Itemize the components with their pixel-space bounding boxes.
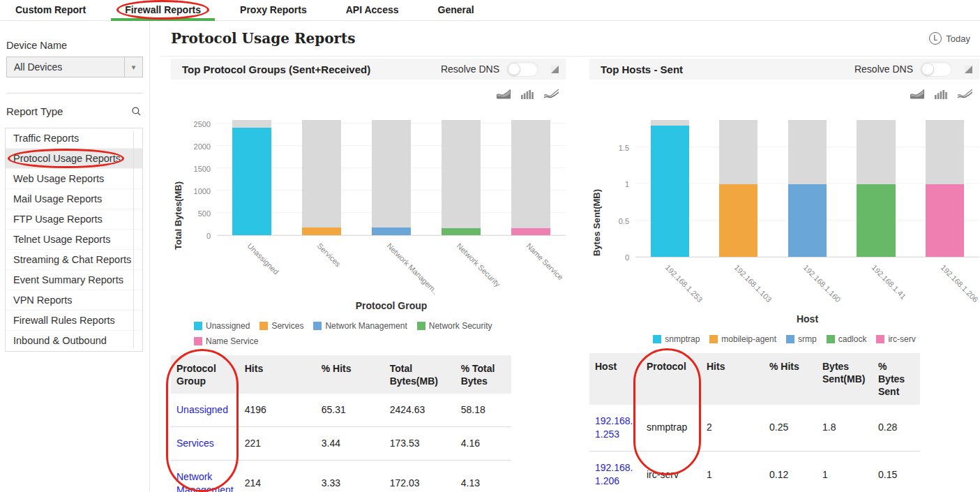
legend-swatch bbox=[786, 335, 794, 343]
resolve-dns-label: Resolve DNS bbox=[854, 64, 913, 75]
y-tick-label: 0 bbox=[625, 253, 629, 262]
protocol-groups-table: Protocol GroupHits% HitsTotal Bytes(MB)%… bbox=[171, 355, 566, 492]
bar-track bbox=[372, 120, 411, 235]
column-header-hits[interactable]: % Hits bbox=[316, 355, 384, 394]
sidebar-item-streaming-chat-reports[interactable]: Streaming & Chat Reports bbox=[6, 250, 142, 270]
table-link[interactable]: Network Management bbox=[176, 471, 234, 492]
bar-network-security[interactable] bbox=[442, 228, 481, 235]
resolve-dns-toggle[interactable] bbox=[920, 61, 952, 77]
sidebar-item-label: Firewall Rules Reports bbox=[13, 315, 115, 326]
line-chart-icon[interactable] bbox=[958, 89, 972, 102]
tab-custom-report[interactable]: Custom Report bbox=[15, 0, 86, 21]
bar-network-managem[interactable] bbox=[372, 228, 411, 235]
sidebar-item-inbound-outbound[interactable]: Inbound & Outbound bbox=[6, 331, 142, 351]
tab-api-access[interactable]: API Access bbox=[346, 0, 399, 21]
legend-item-snmptrap: snmptrap bbox=[653, 334, 700, 344]
table-link[interactable]: 192.168.1.206 bbox=[595, 461, 635, 489]
sidebar: Device Name All Devices ▾ Report Type Tr… bbox=[0, 21, 150, 492]
tab-proxy-reports[interactable]: Proxy Reports bbox=[240, 0, 307, 21]
column-header-bytes-sent[interactable]: % Bytes Sent bbox=[873, 353, 920, 405]
column-header-total-bytes-mb[interactable]: Total Bytes(MB) bbox=[384, 355, 455, 394]
sidebar-item-label: VPN Reports bbox=[13, 295, 73, 306]
column-chart-icon[interactable] bbox=[521, 89, 534, 102]
device-select-value: All Devices bbox=[7, 61, 62, 73]
sidebar-item-event-summary-reports[interactable]: Event Summary Reports bbox=[6, 270, 142, 290]
search-icon[interactable] bbox=[131, 106, 142, 117]
column-header-protocol[interactable]: Protocol bbox=[641, 353, 701, 405]
column-header-host[interactable]: Host bbox=[589, 353, 641, 405]
table-cell: 0.28 bbox=[873, 405, 920, 452]
legend-item-srmp: srmp bbox=[786, 334, 817, 344]
table-cell: 214 bbox=[239, 460, 316, 492]
column-header-hits[interactable]: Hits bbox=[239, 355, 316, 394]
sidebar-item-mail-usage-reports[interactable]: Mail Usage Reports bbox=[6, 189, 142, 209]
bar-192-168-1-103[interactable] bbox=[719, 184, 757, 257]
x-tick-label: Network Security bbox=[455, 241, 502, 288]
time-period-button[interactable]: L Today bbox=[929, 32, 970, 45]
sidebar-item-traffic-reports[interactable]: Traffic Reports bbox=[6, 128, 142, 149]
table-cell: 1 bbox=[817, 451, 873, 492]
bar-track bbox=[511, 120, 550, 235]
legend-item-irc-serv: irc-serv bbox=[876, 334, 915, 344]
sidebar-item-telnet-usage-reports[interactable]: Telnet Usage Reports bbox=[6, 230, 142, 250]
table-link[interactable]: Unassigned bbox=[176, 404, 228, 415]
table-row: Network Management2143.33172.034.13 bbox=[171, 460, 511, 492]
legend-label: irc-serv bbox=[888, 334, 915, 344]
table-cell: 4.13 bbox=[455, 460, 511, 492]
expand-icon[interactable] bbox=[551, 66, 559, 73]
column-chart-icon[interactable] bbox=[935, 89, 947, 102]
sidebar-item-ftp-usage-reports[interactable]: FTP Usage Reports bbox=[6, 209, 142, 230]
column-header-protocol-group[interactable]: Protocol Group bbox=[171, 355, 239, 394]
caret-down-icon[interactable]: ▾ bbox=[124, 57, 142, 77]
legend-label: Network Security bbox=[429, 321, 492, 331]
legend-label: snmptrap bbox=[665, 334, 700, 344]
device-select[interactable]: All Devices ▾ bbox=[6, 57, 143, 77]
tab-general[interactable]: General bbox=[438, 0, 474, 21]
column-header-hits[interactable]: % Hits bbox=[764, 353, 817, 405]
column-header-bytes-sent-mb[interactable]: Bytes Sent(MB) bbox=[817, 353, 873, 405]
bar-unassigned[interactable] bbox=[232, 128, 271, 235]
bar-192-168-1-253[interactable] bbox=[651, 126, 689, 257]
resolve-dns-toggle[interactable] bbox=[506, 61, 538, 77]
bar-192-168-1-41[interactable] bbox=[857, 184, 895, 257]
line-chart-icon[interactable] bbox=[544, 89, 559, 102]
clock-icon: L bbox=[929, 32, 942, 45]
table-cell: 4196 bbox=[239, 394, 316, 426]
table-row: Services2213.44173.534.16 bbox=[171, 426, 511, 460]
column-header-hits[interactable]: Hits bbox=[701, 353, 764, 405]
y-tick-label: 1 bbox=[625, 180, 629, 188]
sidebar-item-label: Telnet Usage Reports bbox=[13, 234, 110, 245]
sidebar-item-firewall-rules-reports[interactable]: Firewall Rules Reports bbox=[6, 311, 142, 331]
tab-label: Custom Report bbox=[15, 4, 86, 15]
area-chart-icon[interactable] bbox=[497, 89, 511, 102]
legend-swatch bbox=[313, 322, 322, 330]
x-tick-label: Services bbox=[316, 241, 342, 268]
sidebar-item-vpn-reports[interactable]: VPN Reports bbox=[6, 290, 142, 311]
panel-title: Top Hosts - Sent bbox=[601, 64, 683, 75]
sidebar-item-label: Mail Usage Reports bbox=[13, 193, 102, 204]
chart-legend: UnassignedServicesNetwork ManagementNetw… bbox=[194, 321, 543, 346]
expand-icon[interactable] bbox=[965, 66, 972, 73]
tab-firewall-reports[interactable]: Firewall Reports bbox=[125, 0, 201, 21]
sidebar-item-protocol-usage-reports[interactable]: Protocol Usage Reports bbox=[6, 149, 142, 169]
bar-services[interactable] bbox=[302, 228, 341, 235]
column-header-total-bytes[interactable]: % Total Bytes bbox=[455, 355, 511, 394]
legend-item-unassigned: Unassigned bbox=[194, 321, 250, 331]
panel-protocol-groups: Top Protocol Groups (Sent+Received) Reso… bbox=[171, 59, 566, 492]
bar-name-service[interactable] bbox=[511, 228, 550, 235]
sidebar-item-web-usage-reports[interactable]: Web Usage Reports bbox=[6, 169, 142, 189]
table-cell: 0.12 bbox=[764, 451, 817, 492]
sidebar-item-label: Protocol Usage Reports bbox=[13, 153, 121, 164]
bar-192-168-1-206[interactable] bbox=[926, 184, 964, 257]
table-link[interactable]: 192.168.1.253 bbox=[595, 415, 635, 442]
table-cell: 1 bbox=[701, 451, 764, 492]
legend-label: srmp bbox=[798, 334, 817, 344]
top-hosts-chart: Bytes Sent(MB) 00.511.5 192.168.1.253192… bbox=[589, 120, 979, 344]
legend-item-services: Services bbox=[259, 321, 303, 331]
bar-192-168-1-160[interactable] bbox=[788, 184, 827, 257]
tab-label: API Access bbox=[346, 4, 399, 15]
table-link[interactable]: Services bbox=[176, 438, 214, 449]
table-cell: 2 bbox=[701, 405, 764, 452]
area-chart-icon[interactable] bbox=[910, 89, 924, 102]
panel-title: Top Protocol Groups (Sent+Received) bbox=[182, 64, 370, 75]
